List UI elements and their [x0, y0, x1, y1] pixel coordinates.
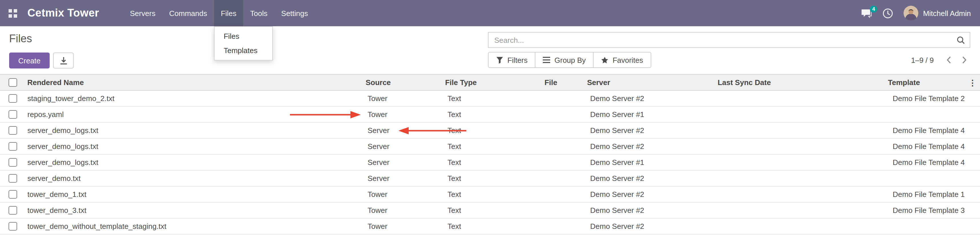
dropdown-item-files[interactable]: Files: [215, 29, 272, 43]
pager-previous-button[interactable]: [943, 55, 955, 65]
row-end-spacer: [970, 91, 980, 106]
filter-icon: [496, 56, 503, 63]
cell-file-type: Text: [445, 107, 545, 122]
cell-rendered-name: server_demo_logs.txt: [25, 155, 365, 170]
table-row[interactable]: tower_demo_without_template_staging.txtT…: [0, 219, 980, 235]
row-checkbox[interactable]: [9, 158, 17, 167]
cell-template: Demo File Template 1: [890, 187, 970, 202]
user-name: Mitchell Admin: [923, 9, 971, 17]
row-select-cell: [0, 171, 25, 186]
row-checkbox[interactable]: [9, 94, 17, 103]
row-checkbox[interactable]: [9, 126, 17, 135]
cell-source: Tower: [365, 91, 445, 106]
table-row[interactable]: repos.yamlTowerTextDemo Server #1: [0, 107, 980, 123]
chevron-left-icon: [946, 56, 951, 64]
header-select-cell: [0, 75, 25, 90]
table-row[interactable]: server_demo_logs.txtServerTextDemo Serve…: [0, 123, 980, 139]
table-header: Rendered Name Source File Type File Serv…: [0, 75, 980, 91]
column-header-source[interactable]: Source: [363, 75, 443, 90]
cell-file-type: Text: [445, 187, 545, 202]
cell-file-type: Text: [445, 171, 545, 186]
table-row[interactable]: staging_tower_demo_2.txtTowerTextDemo Se…: [0, 91, 980, 107]
cell-last-sync-date: [719, 155, 890, 170]
messages-badge: 4: [870, 5, 877, 13]
search-box: [488, 32, 970, 48]
app-brand[interactable]: Cetmix Tower: [27, 7, 99, 19]
row-select-cell: [0, 203, 25, 218]
app-window: Cetmix Tower Servers Commands Files File…: [0, 0, 980, 238]
search-icon[interactable]: [956, 36, 965, 44]
search-input[interactable]: [488, 33, 970, 48]
column-header-rendered-name[interactable]: Rendered Name: [25, 75, 364, 90]
cell-rendered-name: staging_tower_demo_2.txt: [25, 91, 365, 106]
row-checkbox[interactable]: [9, 142, 17, 151]
row-checkbox[interactable]: [9, 206, 17, 214]
export-button[interactable]: [53, 52, 74, 68]
row-select-cell: [0, 123, 25, 138]
row-checkbox[interactable]: [9, 190, 17, 198]
column-header-last-sync-date[interactable]: Last Sync Date: [716, 75, 886, 90]
optional-columns-toggle[interactable]: ⋮: [969, 78, 977, 86]
cell-file-type: Text: [445, 91, 545, 106]
row-select-cell: [0, 91, 25, 106]
menu-files[interactable]: Files Files Templates: [214, 0, 243, 26]
user-avatar: [904, 6, 918, 21]
table-row[interactable]: tower_demo_3.txtTowerTextDemo Server #2D…: [0, 203, 980, 219]
cell-last-sync-date: [719, 123, 890, 138]
cell-last-sync-date: [719, 139, 890, 154]
cell-file: [545, 187, 588, 202]
row-end-spacer: [970, 187, 980, 202]
cell-last-sync-date: [719, 91, 890, 106]
favorites-button[interactable]: Favorites: [593, 52, 651, 68]
apps-menu-button[interactable]: [0, 0, 25, 26]
pager-next-button[interactable]: [958, 55, 970, 65]
select-all-checkbox[interactable]: [9, 78, 17, 87]
group-by-button[interactable]: Group By: [535, 52, 594, 68]
table-row[interactable]: tower_demo_1.txtTowerTextDemo Server #2D…: [0, 187, 980, 203]
table-row[interactable]: server_demo.txtServerTextDemo Server #2: [0, 171, 980, 187]
cell-template: [890, 107, 970, 122]
menu-commands[interactable]: Commands: [162, 0, 214, 26]
cell-server: Demo Server #2: [588, 203, 719, 218]
page-title: Files: [9, 33, 74, 45]
column-header-server[interactable]: Server: [585, 75, 716, 90]
dropdown-item-templates[interactable]: Templates: [215, 43, 272, 58]
user-menu[interactable]: Mitchell Admin: [904, 6, 971, 21]
column-header-file-type[interactable]: File Type: [443, 75, 542, 90]
row-checkbox[interactable]: [9, 174, 17, 182]
activities-button[interactable]: [882, 8, 893, 19]
cell-server: Demo Server #2: [588, 91, 719, 106]
cell-last-sync-date: [719, 219, 890, 234]
menu-servers[interactable]: Servers: [123, 0, 162, 26]
systray: 4 Mitchell Admin: [861, 6, 971, 21]
table-row[interactable]: server_demo_logs.txtServerTextDemo Serve…: [0, 139, 980, 155]
pager: 1–9 / 9: [911, 55, 970, 65]
column-header-file[interactable]: File: [542, 75, 585, 90]
menu-tools[interactable]: Tools: [243, 0, 275, 26]
cell-source: Tower: [365, 187, 445, 202]
create-button[interactable]: Create: [9, 52, 50, 68]
cell-source: Server: [365, 139, 445, 154]
row-checkbox[interactable]: [9, 222, 17, 230]
star-icon: [601, 56, 609, 63]
top-navbar: Cetmix Tower Servers Commands Files File…: [0, 0, 980, 26]
column-header-template[interactable]: Template: [886, 75, 965, 90]
row-end-spacer: [970, 155, 980, 170]
cell-template: Demo File Template 2: [890, 91, 970, 106]
cell-source: Server: [365, 123, 445, 138]
cell-file: [545, 171, 588, 186]
filters-button[interactable]: Filters: [488, 52, 536, 68]
cell-file-type: Text: [445, 155, 545, 170]
cell-file: [545, 219, 588, 234]
cell-last-sync-date: [719, 187, 890, 202]
row-end-spacer: [970, 139, 980, 154]
cell-template: Demo File Template 3: [890, 203, 970, 218]
messages-button[interactable]: 4: [861, 8, 872, 18]
cell-file: [545, 123, 588, 138]
menu-settings[interactable]: Settings: [274, 0, 315, 26]
row-checkbox[interactable]: [9, 110, 17, 119]
filters-label: Filters: [508, 56, 528, 64]
cell-rendered-name: tower_demo_1.txt: [25, 187, 365, 202]
cell-file: [545, 155, 588, 170]
table-row[interactable]: server_demo_logs.txtServerTextDemo Serve…: [0, 155, 980, 171]
